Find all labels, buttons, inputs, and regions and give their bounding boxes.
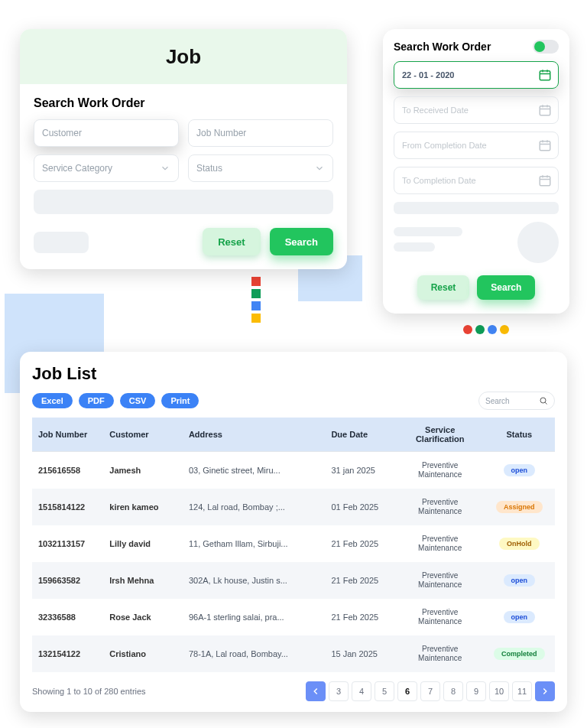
field-placeholder: From Completion Date [402,141,487,150]
status-badge: open [504,574,536,587]
chevron-down-icon [160,163,170,174]
job-search-card: Job Search Work Order Customer Job Numbe… [20,29,347,269]
pager-page-4[interactable]: 4 [352,681,371,701]
job-table: Job NumberCustomerAddressDue DateService… [32,418,555,672]
svg-rect-0 [540,71,550,80]
pager-page-11[interactable]: 11 [512,681,532,701]
status-badge: Assigned [496,501,543,513]
skeleton-bar [394,227,462,236]
pager-page-10[interactable]: 10 [489,681,509,701]
field-placeholder: To Received Date [402,106,469,115]
table-row[interactable]: 1032113157Lilly david11, Getham Illam, S… [32,525,555,562]
status-badge: OnHold [499,538,540,550]
pager-next-button[interactable] [535,681,555,701]
pagination: 34567891011 [306,681,555,701]
swo-title: Search Work Order [394,41,491,53]
reset-button[interactable]: Reset [417,275,470,300]
color-beads-vertical [251,277,261,323]
search-button[interactable]: Search [270,228,333,255]
status-badge: Completed [494,648,545,660]
job-card-title: Job [166,45,201,69]
calendar-icon [538,103,552,117]
export-excel-button[interactable]: Excel [32,393,73,408]
skeleton-bar [394,242,435,252]
table-header: Status [484,418,555,452]
skeleton-bar [34,232,89,253]
pager-prev-button[interactable] [306,681,326,701]
search-button[interactable]: Search [477,275,535,300]
svg-rect-8 [540,141,550,151]
table-row[interactable]: 132154122Cristiano78-1A, Lal road, Bomba… [32,635,555,672]
customer-input[interactable]: Customer [34,119,179,147]
color-beads-horizontal [463,325,509,334]
svg-rect-12 [540,177,550,186]
job-list-title: Job List [32,364,555,384]
to-completion-date-input[interactable]: To Completion Date [394,167,559,194]
from-completion-date-input[interactable]: From Completion Date [394,132,559,159]
table-row[interactable]: 159663582Irsh Mehna302A, Lk house, Justi… [32,562,555,599]
svg-point-16 [540,398,546,403]
status-placeholder: Status [196,163,222,174]
status-badge: open [504,611,536,623]
job-list-card: Job List ExcelPDFCSVPrint Search Job Num… [20,352,567,712]
pager-page-6[interactable]: 6 [397,681,417,701]
skeleton-bar [394,202,559,214]
field-placeholder: To Completion Date [402,176,476,185]
job-card-header: Job [20,29,347,84]
date-value: 22 - 01 - 2020 [402,70,455,80]
table-header: Service Clarification [397,418,484,452]
table-search-input[interactable]: Search [478,392,555,410]
export-csv-button[interactable]: CSV [120,393,156,408]
pager-page-5[interactable]: 5 [375,681,394,701]
table-entries-info: Showing 1 to 10 of 280 entries [32,687,146,696]
table-row[interactable]: 1515814122kiren kameo124, Lal road, Bomb… [32,489,555,525]
chevron-down-icon [314,163,325,174]
table-row[interactable]: 215616558Jamesh03, Ginetic street, Miru.… [32,452,555,489]
service-category-placeholder: Service Category [42,163,112,174]
status-badge: open [504,464,536,476]
search-icon [539,396,548,405]
export-buttons: ExcelPDFCSVPrint [32,393,199,408]
pager-page-8[interactable]: 8 [443,681,463,701]
table-header: Address [183,418,326,452]
job-number-input[interactable]: Job Number [188,119,333,147]
calendar-icon [538,68,552,82]
search-work-order-card: Search Work Order 22 - 01 - 2020 To Rece… [383,29,569,314]
swo-toggle[interactable] [533,40,559,54]
table-header: Job Number [32,418,103,452]
export-pdf-button[interactable]: PDF [79,393,114,408]
search-placeholder: Search [485,397,510,405]
pager-page-3[interactable]: 3 [329,681,349,701]
pager-page-7[interactable]: 7 [420,681,440,701]
service-category-select[interactable]: Service Category [34,154,179,182]
from-received-date-input[interactable]: 22 - 01 - 2020 [394,61,559,89]
pager-page-9[interactable]: 9 [466,681,486,701]
calendar-icon [538,138,552,152]
calendar-icon [538,174,552,187]
export-print-button[interactable]: Print [161,393,199,408]
svg-line-17 [545,402,546,404]
status-select[interactable]: Status [188,154,333,182]
reset-button[interactable]: Reset [203,228,260,255]
table-header: Due Date [325,418,396,452]
svg-rect-4 [540,106,550,115]
customer-placeholder: Customer [42,128,82,138]
table-row[interactable]: 32336588Rose Jack96A-1 sterling salai, p… [32,599,555,635]
table-header: Customer [103,418,183,452]
job-card-subtitle: Search Work Order [34,96,333,110]
skeleton-bar [34,190,333,214]
skeleton-avatar [517,222,559,263]
to-received-date-input[interactable]: To Received Date [394,96,559,124]
job-number-placeholder: Job Number [196,128,246,138]
